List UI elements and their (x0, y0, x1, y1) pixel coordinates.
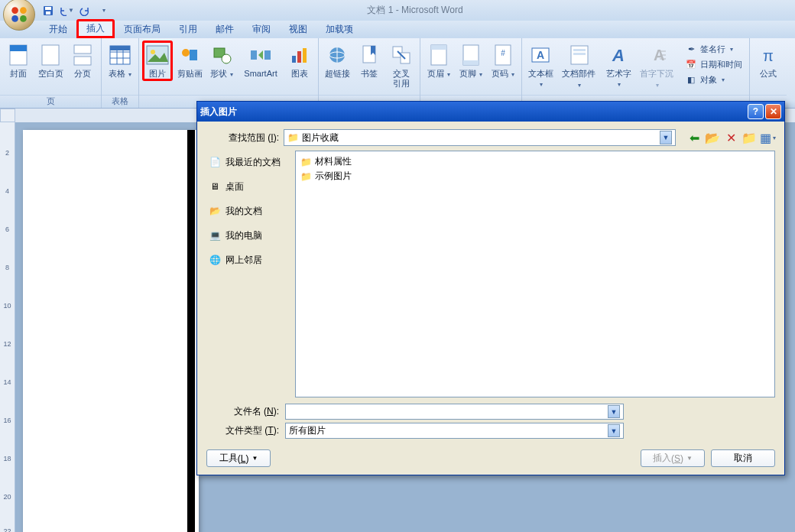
header-icon (427, 43, 451, 67)
group-label-tables: 表格 (102, 95, 138, 108)
group-tables: 表格 ▾ 表格 (102, 38, 139, 108)
quick-access-toolbar: ▼ ▾ (40, 3, 112, 18)
office-logo-icon (9, 5, 29, 24)
table-button[interactable]: 表格 ▾ (105, 41, 135, 82)
filetype-label: 文件类型 (T): (206, 424, 279, 437)
smartart-icon (248, 43, 273, 67)
quickparts-icon (567, 43, 592, 67)
dialog-titlebar[interactable]: 插入图片 ? ✕ (197, 102, 784, 122)
footer-button[interactable]: 页脚 ▾ (456, 41, 486, 82)
picture-button[interactable]: 图片 (142, 41, 173, 81)
svg-rect-8 (10, 45, 27, 51)
cancel-button[interactable]: 取消 (711, 449, 775, 467)
tab-addins[interactable]: 加载项 (316, 21, 362, 38)
network-icon: 🌐 (208, 253, 222, 267)
blank-page-icon (38, 43, 63, 67)
page-shadow (187, 130, 195, 532)
place-mydocs[interactable]: 📂我的文档 (206, 201, 290, 221)
ribbon: 封面 空白页 分页 页 表格 ▾ 表格 图片 (0, 38, 795, 109)
newfolder-button[interactable]: 📁 (741, 130, 757, 145)
tab-references[interactable]: 引用 (170, 21, 206, 38)
insert-button[interactable]: 插入 (S)▼ (641, 449, 705, 467)
svg-rect-44 (573, 49, 586, 51)
qat-undo-button[interactable]: ▼ (58, 3, 75, 18)
datetime-button[interactable]: 📅日期和时间 (683, 57, 745, 71)
tab-view[interactable]: 视图 (280, 21, 316, 38)
svg-rect-11 (74, 57, 91, 65)
shapes-icon (209, 43, 234, 67)
svg-rect-27 (297, 51, 301, 63)
place-network[interactable]: 🌐网上邻居 (206, 250, 290, 270)
crossref-button[interactable]: 交叉 引用 (386, 41, 417, 91)
dropdown-arrow-icon[interactable]: ▼ (660, 131, 672, 144)
hyperlink-button[interactable]: 超链接 (322, 41, 352, 81)
datetime-icon: 📅 (685, 58, 697, 70)
pagenum-button[interactable]: # 页码 ▾ (488, 41, 518, 82)
list-item[interactable]: 📁示例图片 (299, 169, 771, 183)
qat-save-button[interactable] (40, 3, 57, 18)
list-item[interactable]: 📁材料属性 (299, 154, 771, 169)
signature-button[interactable]: ✒签名行▾ (683, 42, 745, 56)
tools-button[interactable]: 工具 (L)▼ (206, 449, 271, 467)
svg-rect-17 (110, 46, 130, 50)
header-button[interactable]: 页眉 ▾ (423, 41, 454, 82)
page-break-button[interactable]: 分页 (67, 41, 98, 81)
back-button[interactable]: ⬅ (686, 130, 702, 145)
shapes-button[interactable]: 形状 ▾ (206, 41, 237, 82)
svg-rect-25 (264, 50, 271, 60)
blank-page-button[interactable]: 空白页 (35, 41, 66, 81)
qat-customize-button[interactable]: ▾ (95, 3, 112, 18)
dropdown-arrow-icon[interactable]: ▼ (608, 405, 620, 418)
smartart-button[interactable]: SmartArt (238, 41, 283, 81)
svg-rect-5 (45, 7, 51, 10)
filename-input[interactable]: ▼ (285, 404, 624, 420)
bookmark-button[interactable]: 书签 (354, 41, 385, 81)
tab-layout[interactable]: 页面布局 (115, 21, 170, 38)
textbox-icon: A (528, 43, 553, 67)
svg-rect-28 (303, 48, 307, 63)
views-button[interactable]: ▦▾ (760, 130, 775, 145)
quickparts-button[interactable]: 文档部件 ▾ (557, 41, 602, 92)
dropcap-button[interactable]: A 首字下沉 ▾ (635, 41, 680, 92)
qat-redo-button[interactable] (76, 3, 93, 18)
place-mycomputer[interactable]: 💻我的电脑 (206, 225, 290, 245)
place-recent[interactable]: 📄我最近的文档 (206, 152, 290, 172)
filetype-combo[interactable]: 所有图片▼ (285, 423, 624, 439)
signature-icon: ✒ (685, 43, 697, 55)
tab-insert[interactable]: 插入 (76, 19, 115, 38)
filename-label: 文件名 (N): (206, 405, 279, 418)
dialog-help-button[interactable]: ? (748, 104, 764, 119)
equation-button[interactable]: π 公式 (753, 41, 784, 81)
pagenum-icon: # (491, 43, 515, 67)
document-page[interactable] (23, 130, 199, 532)
tab-review[interactable]: 审阅 (243, 21, 280, 38)
textbox-button[interactable]: A 文本框 ▾ (525, 41, 556, 92)
object-button[interactable]: ◧对象▾ (683, 73, 745, 86)
svg-rect-36 (431, 45, 446, 50)
dialog-close-button[interactable]: ✕ (765, 104, 781, 119)
lookin-label: 查找范围 (I): (206, 131, 279, 144)
up-button[interactable]: 📂 (705, 130, 720, 145)
group-pages: 封面 空白页 分页 页 (0, 38, 102, 108)
svg-rect-21 (190, 50, 197, 60)
window-title: 文档 1 - Microsoft Word (112, 4, 719, 17)
tab-mail[interactable]: 邮件 (206, 21, 243, 38)
clipart-button[interactable]: 剪贴画 (174, 41, 205, 81)
wordart-button[interactable]: A 艺术字 ▾ (603, 41, 634, 92)
group-symbols: π 公式 (750, 38, 787, 108)
clipart-icon (177, 43, 202, 67)
office-button[interactable] (3, 0, 35, 31)
tab-home[interactable]: 开始 (40, 21, 76, 38)
svg-point-3 (20, 15, 27, 22)
dropdown-arrow-icon[interactable]: ▼ (608, 424, 620, 437)
chart-button[interactable]: 图表 (284, 41, 315, 81)
cover-page-button[interactable]: 封面 (3, 41, 34, 81)
recent-icon: 📄 (208, 155, 222, 169)
desktop-icon: 🖥 (208, 180, 222, 193)
lookin-combo[interactable]: 📁 图片收藏 ▼ (284, 129, 676, 146)
dropdown-arrow-icon: ▼ (686, 455, 693, 462)
delete-button[interactable]: ✕ (723, 130, 738, 145)
place-desktop[interactable]: 🖥桌面 (206, 177, 290, 196)
file-list[interactable]: 📁材料属性 📁示例图片 (295, 151, 775, 397)
group-text: A 文本框 ▾ 文档部件 ▾ A 艺术字 ▾ A 首字下沉 ▾ ✒签名行▾ 📅日… (522, 38, 750, 108)
